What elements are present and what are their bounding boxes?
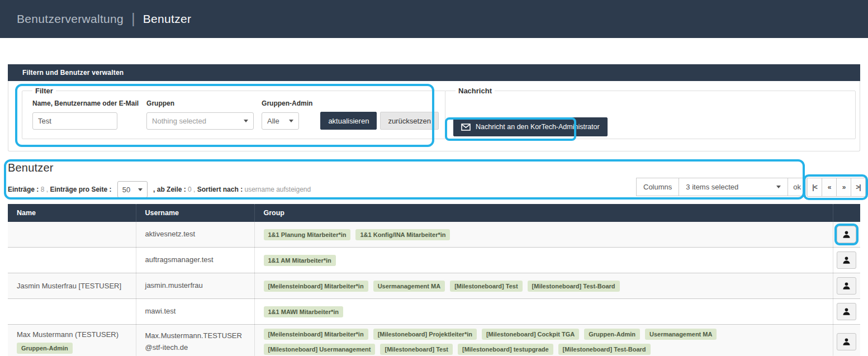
panel-body: Filter Name, Benutzername oder E-Mail Gr…: [8, 81, 860, 151]
action-cell: [833, 222, 860, 248]
column-header-actions: [833, 204, 860, 222]
action-cell: [833, 273, 860, 299]
group-badge-list: 1&1 Planung Mitarbeiter*in1&1 Konfig/INA…: [264, 229, 824, 240]
columns-button[interactable]: Columns: [636, 178, 679, 196]
group-admin-select-value: Alle: [267, 117, 279, 125]
title-divider: |: [131, 10, 135, 27]
username-cell: aktivesnetz.test: [136, 222, 254, 248]
user-name-cell: [8, 222, 136, 248]
user-icon: [842, 307, 851, 316]
last-page-button[interactable]: >|: [851, 178, 866, 197]
previous-page-button[interactable]: «: [822, 178, 837, 197]
group-badge: [Meilensteinboard] Mitarbeiter*in: [264, 329, 368, 340]
user-name-text: Jasmin Musterfrau [TESTUSER]: [17, 282, 127, 290]
columns-select-value: 3 items selected: [686, 183, 738, 191]
group-cell: 1&1 AM Mitarbeiter*in: [254, 248, 833, 273]
from-row-value: 0 ,: [188, 186, 197, 193]
user-detail-button[interactable]: [837, 226, 856, 243]
groups-select-value: Nothing selected: [152, 117, 206, 125]
filter-panel: Filtern und Benutzer verwalten Filter Na…: [8, 64, 860, 151]
user-detail-button[interactable]: [837, 303, 856, 320]
group-badge: [Milestoneboard] Test: [450, 281, 522, 292]
message-fieldset: Nachricht Nachricht an den KorTech-Admin…: [445, 87, 856, 139]
group-badge: [Milestoneboard] Test-Board: [528, 281, 620, 292]
caret-down-icon: [244, 120, 248, 122]
username-cell: auftragsmanager.test: [136, 248, 254, 273]
group-badge: 1&1 AM Mitarbeiter*in: [264, 255, 336, 266]
group-cell: 1&1 Planung Mitarbeiter*in1&1 Konfig/INA…: [254, 222, 833, 248]
action-cell: [833, 299, 860, 325]
group-badge-list: [Meilensteinboard] Mitarbeiter*in[Milest…: [264, 329, 824, 355]
column-header-name[interactable]: Name: [8, 204, 136, 222]
user-detail-button[interactable]: [837, 333, 856, 350]
columns-select[interactable]: 3 items selected: [679, 178, 788, 196]
next-page-button[interactable]: »: [836, 178, 851, 197]
group-badge: Gruppen-Admin: [17, 343, 73, 354]
action-cell: [833, 248, 860, 273]
table-row: aktivesnetz.test1&1 Planung Mitarbeiter*…: [8, 222, 860, 248]
entries-value: 8 ,: [41, 186, 50, 193]
group-admin-select[interactable]: Alle: [262, 112, 299, 130]
table-row: mawi.test1&1 MAWI Mitarbeiter*in: [8, 299, 860, 325]
group-badge: [Milestoneboard] Test-Board: [558, 344, 651, 355]
group-cell: [Meilensteinboard] Mitarbeiter*inUserman…: [254, 273, 833, 299]
user-icon: [842, 256, 851, 264]
user-icon: [842, 338, 851, 346]
app-title: Benutzerverwaltung: [17, 12, 124, 26]
per-page-select-value: 50: [122, 186, 130, 194]
user-detail-button[interactable]: [837, 277, 856, 295]
name-filter-input[interactable]: [32, 112, 117, 130]
user-name-cell: Jasmin Musterfrau [TESTUSER]: [8, 273, 136, 299]
group-badge-list: [Meilensteinboard] Mitarbeiter*inUserman…: [264, 281, 824, 292]
group-badge: [Milestoneboard] Test: [380, 344, 452, 355]
user-icon: [842, 230, 851, 239]
message-legend: Nachricht: [456, 87, 495, 95]
users-section-title: Benutzer: [8, 162, 860, 174]
top-bar: Benutzerverwaltung | Benutzer: [0, 0, 868, 38]
group-badge: Usermanagement MA: [373, 281, 445, 292]
groups-select[interactable]: Nothing selected: [146, 112, 254, 130]
group-badge: [Milestoneboard] Projektleiter*in: [373, 329, 477, 340]
user-name-cell: Max Mustermann (TESTUSER)Gruppen-Admin: [8, 325, 136, 356]
table-header-row: Name Username Group: [8, 204, 860, 222]
message-admin-button-label: Nachricht an den KorTech-Administrator: [476, 123, 600, 131]
envelope-icon: [461, 124, 471, 131]
user-detail-button[interactable]: [837, 251, 856, 269]
table-row: Jasmin Musterfrau [TESTUSER]jasmin.muste…: [8, 273, 860, 299]
group-badge: [Milestoneboard] testupgrade: [458, 344, 553, 355]
groups-filter-label: Gruppen: [146, 99, 254, 107]
table-row: auftragsmanager.test1&1 AM Mitarbeiter*i…: [8, 248, 860, 273]
group-badge-list: 1&1 AM Mitarbeiter*in: [264, 255, 824, 266]
users-section: Benutzer Einträge : 8 , Einträge pro Sei…: [8, 162, 860, 198]
user-table-body: aktivesnetz.test1&1 Planung Mitarbeiter*…: [8, 222, 860, 356]
filter-legend: Filter: [32, 87, 56, 95]
from-row-label: , ab Zeile :: [151, 186, 188, 193]
user-icon: [842, 282, 851, 290]
per-page-select[interactable]: 50: [117, 181, 148, 198]
first-page-button[interactable]: |<: [807, 178, 822, 197]
user-name-cell: [8, 248, 136, 273]
caret-down-icon: [289, 120, 293, 122]
group-badge: [Milestoneboard] Cockpit TGA: [482, 329, 579, 340]
reset-button[interactable]: zurücksetzen: [380, 112, 439, 130]
username-cell: mawi.test: [136, 299, 254, 325]
group-badge: [Milestoneboard] Usermanagement: [264, 344, 376, 355]
column-header-group[interactable]: Group: [254, 204, 833, 222]
columns-ok-button[interactable]: ok: [788, 178, 807, 196]
group-badge: 1&1 Planung Mitarbeiter*in: [264, 229, 351, 240]
column-header-username[interactable]: Username: [136, 204, 254, 222]
entries-label: Einträge :: [8, 186, 41, 193]
page-title: Benutzer: [143, 12, 191, 26]
username-cell: Max.Mustermann.TESTUSER@stf-itech.de: [136, 325, 254, 356]
group-cell: 1&1 MAWI Mitarbeiter*in: [254, 299, 833, 325]
columns-toolbar: Columns 3 items selected ok: [636, 178, 807, 196]
table-row: Max Mustermann (TESTUSER)Gruppen-AdminMa…: [8, 325, 860, 356]
group-badge: 1&1 MAWI Mitarbeiter*in: [264, 306, 344, 317]
group-admin-filter-label: Gruppen-Admin: [262, 99, 312, 107]
message-admin-button[interactable]: Nachricht an den KorTech-Administrator: [453, 117, 608, 136]
name-filter-label: Name, Benutzername oder E-Mail: [32, 99, 139, 107]
update-button[interactable]: aktualisieren: [320, 112, 377, 130]
sorted-by-label: Sortiert nach :: [197, 186, 245, 193]
pagination: |< « » >|: [807, 178, 866, 197]
caret-down-icon: [776, 186, 781, 188]
